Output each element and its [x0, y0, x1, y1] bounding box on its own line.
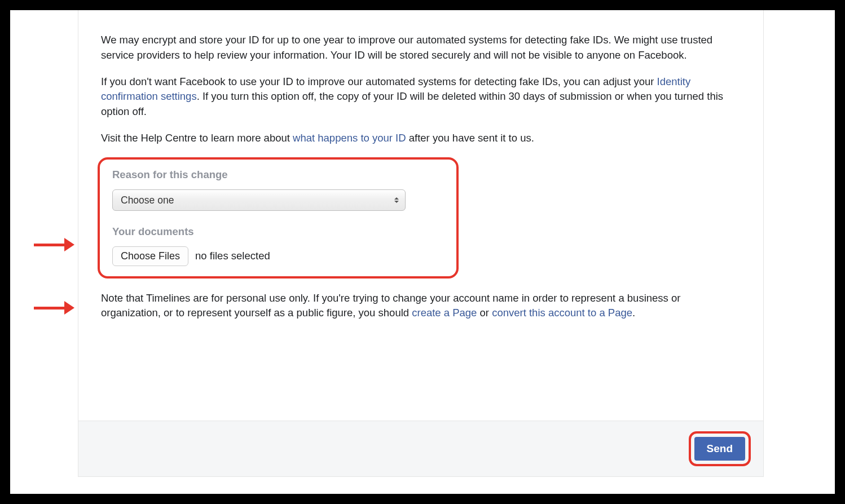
info-paragraph-storage: We may encrypt and store your ID for up … — [101, 33, 741, 63]
reason-label: Reason for this change — [112, 167, 444, 183]
what-happens-to-id-link[interactable]: what happens to your ID — [293, 132, 406, 144]
text-segment: . — [632, 307, 635, 319]
send-highlight-box: Send — [689, 431, 751, 466]
text-segment: Visit the Help Centre to learn more abou… — [101, 132, 293, 144]
text-segment: after you have sent it to us. — [406, 132, 534, 144]
form-highlight-box: Reason for this change Choose one Your d… — [98, 157, 459, 278]
text-segment: or — [477, 307, 492, 319]
send-button[interactable]: Send — [694, 437, 745, 461]
footer-bar: Send — [78, 421, 763, 476]
file-input-row: Choose Files no files selected — [112, 246, 444, 266]
documents-label: Your documents — [112, 224, 444, 240]
content-panel: We may encrypt and store your ID for up … — [78, 10, 764, 477]
main-content: We may encrypt and store your ID for up … — [78, 10, 763, 421]
info-paragraph-help-centre: Visit the Help Centre to learn more abou… — [101, 131, 741, 146]
reason-select-wrap: Choose one — [112, 189, 406, 211]
file-status-text: no files selected — [195, 249, 270, 264]
info-paragraph-settings: If you don't want Facebook to use your I… — [101, 74, 741, 120]
annotation-arrow-reason — [34, 238, 74, 251]
create-page-link[interactable]: create a Page — [412, 307, 477, 319]
text-segment: If you don't want Facebook to use your I… — [101, 76, 657, 87]
reason-select[interactable]: Choose one — [112, 189, 406, 211]
note-paragraph: Note that Timelines are for personal use… — [101, 291, 741, 321]
page-frame: We may encrypt and store your ID for up … — [10, 10, 835, 494]
convert-account-link[interactable]: convert this account to a Page — [492, 307, 632, 319]
annotation-arrow-documents — [34, 301, 74, 315]
choose-files-button[interactable]: Choose Files — [112, 246, 188, 266]
